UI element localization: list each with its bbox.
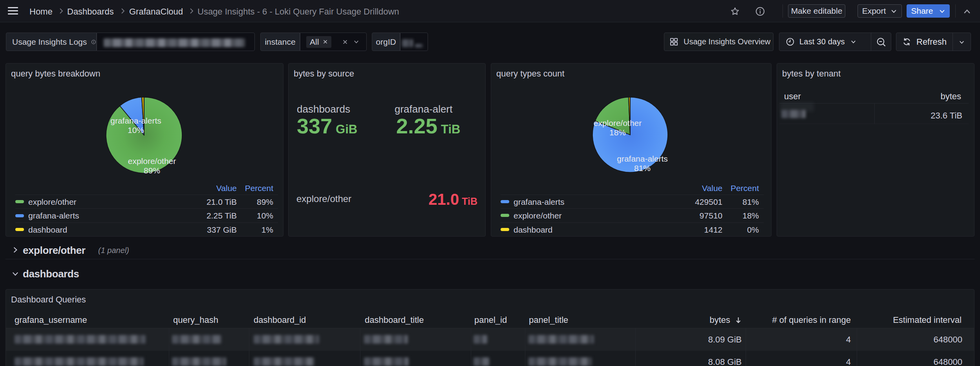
svg-text:explore/other: explore/other	[128, 157, 176, 166]
svg-text:81%: 81%	[634, 164, 651, 173]
svg-text:explore/other: explore/other	[594, 118, 642, 127]
svg-text:89%: 89%	[144, 166, 160, 175]
svg-text:18%: 18%	[609, 128, 626, 137]
svg-text:grafana-alerts: grafana-alerts	[617, 154, 668, 163]
svg-text:grafana-alerts: grafana-alerts	[110, 116, 161, 125]
svg-text:10%: 10%	[128, 126, 144, 135]
